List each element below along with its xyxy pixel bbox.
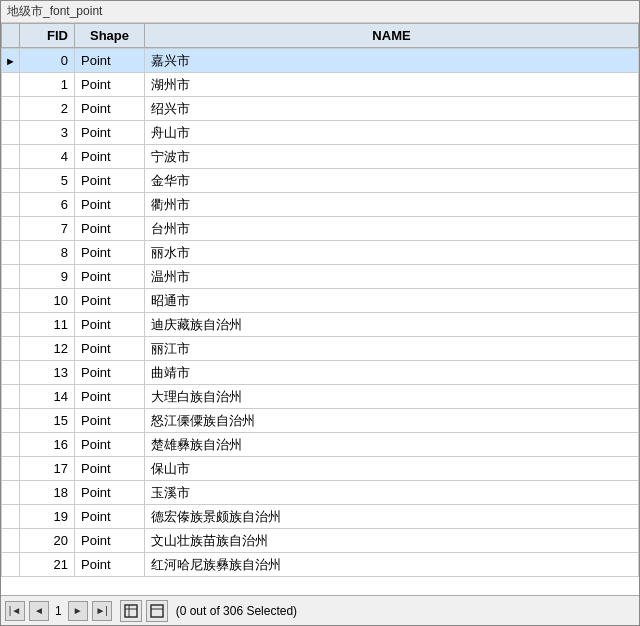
cell-shape: Point — [75, 385, 145, 409]
cell-shape: Point — [75, 553, 145, 577]
row-indicator: ► — [2, 49, 20, 73]
row-indicator — [2, 337, 20, 361]
row-indicator — [2, 385, 20, 409]
cell-name: 嘉兴市 — [145, 49, 639, 73]
table-row[interactable]: 1Point湖州市 — [2, 73, 639, 97]
table-row[interactable]: 18Point玉溪市 — [2, 481, 639, 505]
cell-name: 德宏傣族景颇族自治州 — [145, 505, 639, 529]
svg-rect-3 — [151, 605, 163, 617]
col-header-shape[interactable]: Shape — [75, 24, 145, 48]
row-indicator — [2, 145, 20, 169]
table-row[interactable]: 9Point温州市 — [2, 265, 639, 289]
row-indicator — [2, 553, 20, 577]
table-row[interactable]: 5Point金华市 — [2, 169, 639, 193]
cell-shape: Point — [75, 49, 145, 73]
nav-prev-button[interactable]: ◄ — [29, 601, 49, 621]
row-indicator — [2, 289, 20, 313]
cell-fid: 12 — [20, 337, 75, 361]
table-row[interactable]: ►0Point嘉兴市 — [2, 49, 639, 73]
row-indicator — [2, 409, 20, 433]
cell-name: 湖州市 — [145, 73, 639, 97]
table-row[interactable]: 3Point舟山市 — [2, 121, 639, 145]
table-icon — [124, 604, 138, 618]
col-header-arrow — [2, 24, 20, 48]
row-indicator — [2, 217, 20, 241]
table-row[interactable]: 8Point丽水市 — [2, 241, 639, 265]
cell-name: 金华市 — [145, 169, 639, 193]
nav-next-icon: ► — [73, 605, 83, 616]
cell-shape: Point — [75, 289, 145, 313]
table-row[interactable]: 10Point昭通市 — [2, 289, 639, 313]
cell-shape: Point — [75, 505, 145, 529]
cell-shape: Point — [75, 361, 145, 385]
row-indicator — [2, 169, 20, 193]
cell-name: 大理白族自治州 — [145, 385, 639, 409]
nav-next-button[interactable]: ► — [68, 601, 88, 621]
table-row[interactable]: 20Point文山壮族苗族自治州 — [2, 529, 639, 553]
cell-shape: Point — [75, 337, 145, 361]
table-row[interactable]: 7Point台州市 — [2, 217, 639, 241]
col-header-name[interactable]: NAME — [145, 24, 639, 48]
table-row[interactable]: 12Point丽江市 — [2, 337, 639, 361]
table-row[interactable]: 16Point楚雄彝族自治州 — [2, 433, 639, 457]
table-row[interactable]: 15Point怒江傈僳族自治州 — [2, 409, 639, 433]
options-button[interactable] — [146, 600, 168, 622]
row-indicator — [2, 481, 20, 505]
cell-shape: Point — [75, 481, 145, 505]
nav-last-button[interactable]: ►| — [92, 601, 112, 621]
nav-last-icon: ►| — [95, 605, 108, 616]
cell-fid: 5 — [20, 169, 75, 193]
cell-fid: 0 — [20, 49, 75, 73]
table-row[interactable]: 17Point保山市 — [2, 457, 639, 481]
cell-name: 丽水市 — [145, 241, 639, 265]
nav-prev-icon: ◄ — [34, 605, 44, 616]
table-row[interactable]: 21Point红河哈尼族彝族自治州 — [2, 553, 639, 577]
cell-name: 保山市 — [145, 457, 639, 481]
cell-fid: 2 — [20, 97, 75, 121]
select-all-button[interactable] — [120, 600, 142, 622]
row-indicator — [2, 433, 20, 457]
selected-arrow-icon: ► — [5, 55, 16, 67]
cell-shape: Point — [75, 193, 145, 217]
cell-name: 绍兴市 — [145, 97, 639, 121]
data-table-body: ►0Point嘉兴市1Point湖州市2Point绍兴市3Point舟山市4Po… — [1, 48, 639, 577]
nav-first-button[interactable]: |◄ — [5, 601, 25, 621]
main-window: 地级市_font_point FID Shape NAME — [0, 0, 640, 626]
table-body-scroll[interactable]: ►0Point嘉兴市1Point湖州市2Point绍兴市3Point舟山市4Po… — [1, 48, 639, 595]
table-row[interactable]: 4Point宁波市 — [2, 145, 639, 169]
table-header-wrapper: FID Shape NAME — [1, 23, 639, 48]
table-row[interactable]: 19Point德宏傣族景颇族自治州 — [2, 505, 639, 529]
cell-name: 楚雄彝族自治州 — [145, 433, 639, 457]
col-header-fid[interactable]: FID — [20, 24, 75, 48]
cell-shape: Point — [75, 457, 145, 481]
cell-shape: Point — [75, 73, 145, 97]
table-row[interactable]: 13Point曲靖市 — [2, 361, 639, 385]
cell-shape: Point — [75, 433, 145, 457]
table-header-row: FID Shape NAME — [2, 24, 639, 48]
cell-name: 文山壮族苗族自治州 — [145, 529, 639, 553]
cell-fid: 4 — [20, 145, 75, 169]
row-indicator — [2, 241, 20, 265]
table-row[interactable]: 11Point迪庆藏族自治州 — [2, 313, 639, 337]
cell-name: 丽江市 — [145, 337, 639, 361]
cell-shape: Point — [75, 97, 145, 121]
table-row[interactable]: 6Point衢州市 — [2, 193, 639, 217]
selection-status: (0 out of 306 Selected) — [176, 604, 297, 618]
title-bar: 地级市_font_point — [1, 1, 639, 23]
options-icon — [150, 604, 164, 618]
cell-fid: 1 — [20, 73, 75, 97]
table-row[interactable]: 2Point绍兴市 — [2, 97, 639, 121]
cell-shape: Point — [75, 265, 145, 289]
cell-fid: 16 — [20, 433, 75, 457]
cell-name: 舟山市 — [145, 121, 639, 145]
cell-name: 衢州市 — [145, 193, 639, 217]
row-indicator — [2, 97, 20, 121]
table-row[interactable]: 14Point大理白族自治州 — [2, 385, 639, 409]
data-table-header: FID Shape NAME — [1, 23, 639, 48]
svg-rect-0 — [125, 605, 137, 617]
row-indicator — [2, 313, 20, 337]
cell-fid: 21 — [20, 553, 75, 577]
row-indicator — [2, 529, 20, 553]
cell-shape: Point — [75, 169, 145, 193]
cell-name: 玉溪市 — [145, 481, 639, 505]
